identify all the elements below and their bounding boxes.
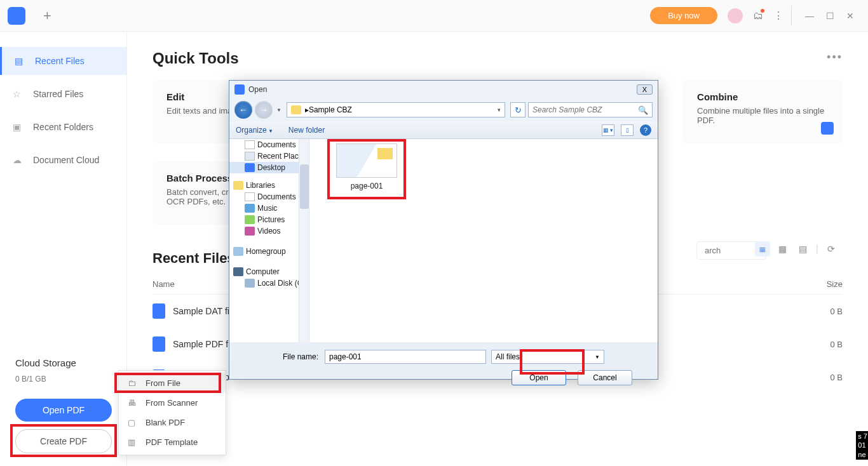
desktop-icon [245, 163, 255, 172]
sidebar-item-recent-files[interactable]: ▤Recent Files [0, 47, 126, 75]
tree-item-lib-documents[interactable]: Documents [229, 191, 309, 203]
view-mode-button[interactable]: ▦ ▾ [602, 124, 614, 136]
file-tile[interactable]: page-001 [333, 143, 400, 190]
new-folder-button[interactable]: New folder [288, 126, 325, 135]
menu-item-blank-pdf[interactable]: ▢Blank PDF [119, 413, 226, 432]
dialog-app-icon [234, 84, 245, 95]
new-tab-button[interactable]: + [43, 8, 51, 24]
documents-icon [245, 140, 255, 149]
more-icon[interactable]: ⋮ [773, 10, 783, 22]
open-file-dialog: Open X ← → ▼ ▸ Sample CBZ ▾ ↻ 🔍 Organize… [229, 80, 658, 380]
menu-item-label: From Scanner [146, 398, 198, 408]
open-button[interactable]: Open [512, 370, 566, 385]
tree-item-homegroup[interactable]: Homegroup [229, 246, 309, 257]
minimize-button[interactable]: — [799, 6, 820, 26]
tree-item-pictures[interactable]: Pictures [229, 214, 309, 225]
cloud-storage-block: Cloud Storage 0 B/1 GB [0, 357, 126, 383]
spacer [229, 237, 309, 246]
cloud-storage-title: Cloud Storage [15, 357, 111, 368]
dialog-search-bar[interactable]: 🔍 [528, 102, 653, 117]
refresh-button[interactable]: ↻ [510, 102, 526, 117]
sidebar-item-recent-folders[interactable]: ▣Recent Folders [0, 113, 126, 141]
more-dots-icon[interactable]: ••• [827, 51, 843, 64]
file-size: 0 B [792, 307, 843, 316]
dialog-search-input[interactable] [532, 105, 638, 114]
card-combine[interactable]: Combine Combine multiple files into a si… [683, 80, 843, 143]
file-name-input[interactable] [325, 350, 486, 364]
calendar-view-icon[interactable]: ▤ [796, 241, 811, 256]
menu-item-from-file[interactable]: 🗀From File [119, 373, 226, 393]
tree-item-libraries[interactable]: Libraries [229, 180, 309, 191]
maximize-button[interactable]: ☐ [820, 6, 840, 26]
tree-item-documents[interactable]: Documents [229, 139, 309, 150]
menu-item-pdf-template[interactable]: ▥PDF Template [119, 432, 226, 452]
sidebar-item-label: Starred Files [33, 89, 83, 99]
create-pdf-menu: 🗀From File 🖶From Scanner ▢Blank PDF ▥PDF… [118, 370, 226, 455]
dialog-close-button[interactable]: X [637, 84, 653, 95]
dialog-body: Documents Recent Places Desktop Librarie… [229, 139, 658, 342]
file-type-filter[interactable]: All files [491, 350, 604, 364]
template-icon: ▥ [128, 437, 139, 447]
buy-now-button[interactable]: Buy now [650, 7, 717, 24]
nav-back-button[interactable]: ← [234, 101, 252, 119]
corner-debug-text: s 7 01 ne [856, 431, 868, 460]
size-column-header: Size [792, 279, 843, 289]
tree-item-desktop[interactable]: Desktop [229, 162, 309, 173]
open-pdf-button[interactable]: Open PDF [15, 399, 112, 422]
sidebar-item-label: Recent Folders [33, 122, 93, 132]
list-view-icon[interactable]: ≣ [755, 241, 770, 256]
tree-item-music[interactable]: Music [229, 203, 309, 214]
menu-item-label: Blank PDF [146, 418, 185, 427]
preview-pane-button[interactable]: ▯ [621, 124, 634, 136]
title-bar: + Buy now 🗂 ⋮ — ☐ ✕ [0, 0, 868, 32]
organize-button[interactable]: Organize [236, 126, 273, 135]
file-name-row: File name: All files [242, 350, 645, 364]
tree-label: Pictures [257, 215, 285, 224]
breadcrumb-bar[interactable]: ▸ Sample CBZ ▾ [287, 102, 505, 117]
sidebar-item-document-cloud[interactable]: ☁Document Cloud [0, 146, 126, 174]
tree-label: Documents [257, 192, 296, 201]
view-mode-icons: ≣ ▦ ▤ | ⟳ [755, 241, 839, 256]
refresh-icon[interactable]: ⟳ [824, 241, 839, 256]
close-button[interactable]: ✕ [840, 6, 860, 26]
breadcrumb-current: Sample CBZ [309, 105, 352, 114]
music-icon [245, 204, 255, 213]
toolbar-right-icons: ▦ ▾ ▯ ? [602, 124, 651, 136]
tree-item-computer[interactable]: Computer [229, 266, 309, 277]
cloud-storage-usage: 0 B/1 GB [15, 375, 111, 383]
file-name-label: File name: [274, 352, 318, 361]
file-tile-label: page-001 [333, 182, 400, 190]
nav-history-dropdown[interactable]: ▼ [276, 107, 281, 113]
notification-icon[interactable]: 🗂 [753, 10, 763, 22]
breadcrumb-dropdown[interactable]: ▾ [498, 107, 501, 113]
nav-forward-button[interactable]: → [255, 101, 273, 119]
sidebar-item-starred-files[interactable]: ☆Starred Files [0, 80, 126, 108]
tree-scrollbar[interactable] [299, 139, 309, 342]
combine-icon [821, 122, 834, 135]
spacer [229, 257, 309, 266]
help-icon[interactable]: ? [640, 124, 651, 136]
homegroup-icon [233, 247, 243, 256]
recent-places-icon [245, 152, 255, 161]
dialog-title: Open [248, 85, 267, 94]
tree-label: Libraries [246, 181, 275, 190]
tree-item-videos[interactable]: Videos [229, 225, 309, 237]
cancel-button[interactable]: Cancel [578, 370, 632, 385]
card-desc: Combine multiple files into a single PDF… [697, 106, 829, 125]
sidebar-item-label: Document Cloud [33, 155, 99, 165]
folder-icon: ▣ [13, 122, 25, 132]
tree-item-local-disk[interactable]: Local Disk (C: [229, 277, 309, 289]
grid-view-icon[interactable]: ▦ [775, 241, 790, 256]
scroll-thumb[interactable] [300, 164, 309, 209]
star-icon: ☆ [13, 89, 25, 99]
create-pdf-button[interactable]: Create PDF [15, 429, 112, 453]
tree-item-recent-places[interactable]: Recent Places [229, 150, 309, 162]
menu-item-label: From File [146, 378, 180, 388]
tree-label: Computer [246, 267, 280, 276]
videos-icon [245, 227, 255, 236]
window-controls: — ☐ ✕ [791, 6, 860, 26]
tree-label: Documents [257, 140, 296, 149]
avatar[interactable] [728, 8, 743, 23]
menu-item-from-scanner[interactable]: 🖶From Scanner [119, 393, 226, 413]
sidebar: ▤Recent Files ☆Starred Files ▣Recent Fol… [0, 32, 127, 466]
